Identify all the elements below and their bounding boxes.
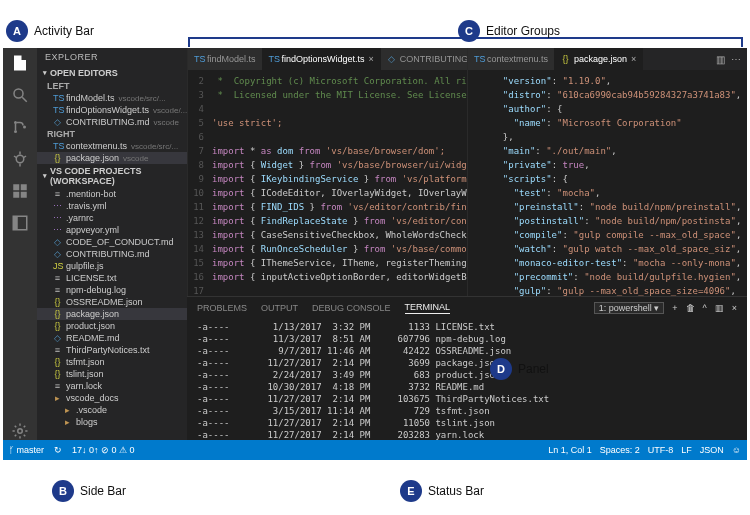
side-bar: EXPLORER OPEN EDITORS LEFT TSfindModel.t… [37,48,187,440]
close-icon[interactable]: × [369,54,374,64]
sidebar-item[interactable]: {}product.json [37,320,187,332]
panel-tab[interactable]: OUTPUT [261,303,298,313]
code-editor-right[interactable]: "version": "1.19.0", "distro": "610ca699… [468,70,747,296]
callout-D-label: Panel [518,362,549,376]
editor-tab[interactable]: TSfindOptionsWidget.ts× [263,48,381,70]
callout-C-label: Editor Groups [486,24,560,38]
sidebar-item[interactable]: {}package.json [37,308,187,320]
status-branch[interactable]: ᚶ master [9,445,44,455]
panel-tab[interactable]: DEBUG CONSOLE [312,303,391,313]
panel-split-icon[interactable]: ▥ [715,303,724,313]
editor-groups: TSfindModel.tsTSfindOptionsWidget.ts×◇CO… [187,48,747,296]
sidebar-item[interactable]: TScontextmenu.ts vscode/src/... [37,140,187,152]
svg-line-1 [22,97,27,102]
workspace-section[interactable]: VS CODE PROJECTS (WORKSPACE) [37,164,187,188]
split-icon[interactable]: ▥ [716,54,725,65]
open-editors-section[interactable]: OPEN EDITORS [37,66,187,80]
svg-point-2 [14,121,17,124]
tab-overflow-icon[interactable]: ⋯ [731,54,741,65]
sidebar-item[interactable]: ▸.vscode [37,404,187,416]
status-enc[interactable]: UTF-8 [648,445,674,455]
debug-icon[interactable] [11,150,29,168]
callout-B: B Side Bar [52,480,126,502]
callout-E-label: Status Bar [428,484,484,498]
callout-A: A Activity Bar [6,20,94,42]
svg-point-16 [18,429,23,434]
editor-group-right: TScontextmenu.ts{}package.json×▥⋯ "versi… [467,48,747,296]
svg-rect-11 [21,184,27,190]
status-smile[interactable]: ☺ [732,445,741,455]
tabs-right: TScontextmenu.ts{}package.json×▥⋯ [468,48,747,70]
status-eol[interactable]: LF [681,445,692,455]
main-area: EXPLORER OPEN EDITORS LEFT TSfindModel.t… [3,48,747,440]
sidebar-item[interactable]: {}tsfmt.json [37,356,187,368]
editor-tab[interactable]: ◇CONTRIBUTING.md [381,48,467,70]
sidebar-title: EXPLORER [37,48,187,66]
callout-A-label: Activity Bar [34,24,94,38]
editor-tab[interactable]: TSfindModel.ts [188,48,263,70]
sidebar-item[interactable]: ◇CODE_OF_CONDUCT.md [37,236,187,248]
callout-E: E Status Bar [400,480,484,502]
sidebar-item[interactable]: {}package.json vscode [37,152,187,164]
editor-tab[interactable]: TScontextmenu.ts [468,48,555,70]
close-icon[interactable]: × [631,54,636,64]
editor-group-left: TSfindModel.tsTSfindOptionsWidget.ts×◇CO… [187,48,467,296]
status-problems[interactable]: 17↓ 0↑ ⊘ 0 ⚠ 0 [72,445,135,455]
sidebar-item[interactable]: TSfindOptionsWidget.ts vscode/... [37,104,187,116]
callout-C: C Editor Groups [458,20,560,42]
sidebar-item[interactable]: JSgulpfile.js [37,260,187,272]
panel-tab[interactable]: PROBLEMS [197,303,247,313]
terminal-selector[interactable]: 1: powershell ▾ [594,302,665,314]
sidebar-item[interactable]: ⋯.yarnrc [37,212,187,224]
svg-rect-12 [13,192,19,198]
editor-tab[interactable]: {}package.json× [555,48,643,70]
status-lang[interactable]: JSON [700,445,724,455]
status-bar: ᚶ master ↻ 17↓ 0↑ ⊘ 0 ⚠ 0 Ln 1, Col 1 Sp… [3,440,747,460]
extensions-icon[interactable] [11,182,29,200]
panel-tabs: PROBLEMSOUTPUTDEBUG CONSOLETERMINAL 1: p… [187,297,747,319]
svg-point-4 [23,126,26,129]
kill-terminal-icon[interactable]: 🗑 [686,303,695,313]
sidebar-item[interactable]: ≡yarn.lock [37,380,187,392]
svg-point-5 [16,155,24,163]
sidebar-item[interactable]: ◇README.md [37,332,187,344]
activity-bar [3,48,37,440]
svg-rect-10 [13,184,19,190]
svg-point-0 [14,89,23,98]
svg-rect-13 [21,192,27,198]
code-editor-left[interactable]: 2 3 4 5 6 7 8 9 10 11 12 13 14 15 16 17 … [188,70,467,296]
sidebar-item[interactable]: ≡.mention-bot [37,188,187,200]
sidebar-item[interactable]: {}OSSREADME.json [37,296,187,308]
sidebar-item[interactable]: TSfindModel.ts vscode/src/... [37,92,187,104]
custom-view-icon[interactable] [11,214,29,232]
git-icon[interactable] [11,118,29,136]
callout-B-label: Side Bar [80,484,126,498]
sidebar-item[interactable]: ▸vscode_docs [37,392,187,404]
sidebar-item[interactable]: ≡ThirdPartyNotices.txt [37,344,187,356]
panel-close-icon[interactable]: × [732,303,737,313]
panel-up-icon[interactable]: ^ [703,303,707,313]
terminal-output[interactable]: -a---- 1/13/2017 3:32 PM 1133 LICENSE.tx… [187,319,747,440]
status-line[interactable]: Ln 1, Col 1 [548,445,592,455]
files-icon[interactable] [11,54,29,72]
gear-icon[interactable] [11,422,29,440]
sidebar-item[interactable]: ⋯.travis.yml [37,200,187,212]
sidebar-item[interactable]: ◇CONTRIBUTING.md vscode [37,116,187,128]
open-editors-right: RIGHT [37,128,187,140]
sidebar-item[interactable]: {}tslint.json [37,368,187,380]
search-icon[interactable] [11,86,29,104]
open-editors-left: LEFT [37,80,187,92]
vscode-window: EXPLORER OPEN EDITORS LEFT TSfindModel.t… [3,48,747,460]
panel: PROBLEMSOUTPUTDEBUG CONSOLETERMINAL 1: p… [187,296,747,440]
sidebar-item[interactable]: ⋯appveyor.yml [37,224,187,236]
status-sync[interactable]: ↻ [54,445,62,455]
sidebar-item[interactable]: ▸blogs [37,416,187,428]
panel-tab[interactable]: TERMINAL [405,302,451,314]
sidebar-item[interactable]: ≡npm-debug.log [37,284,187,296]
new-terminal-icon[interactable]: + [672,303,677,313]
editor-area: TSfindModel.tsTSfindOptionsWidget.ts×◇CO… [187,48,747,440]
sidebar-item[interactable]: ≡LICENSE.txt [37,272,187,284]
svg-line-9 [24,156,26,158]
status-spaces[interactable]: Spaces: 2 [600,445,640,455]
sidebar-item[interactable]: ◇CONTRIBUTING.md [37,248,187,260]
